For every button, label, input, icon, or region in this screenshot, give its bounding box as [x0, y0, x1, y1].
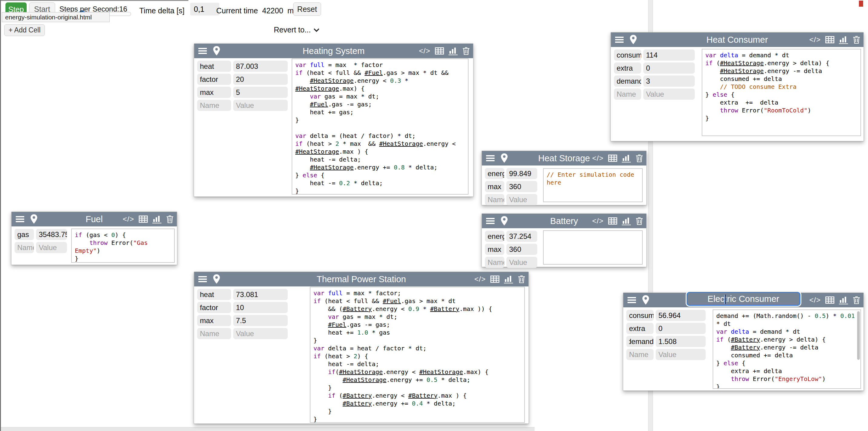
code-view-icon[interactable]: </> [809, 296, 821, 304]
code-editor[interactable]: if (gas < 0) { throw Error("GasEmpty")} [71, 229, 175, 263]
variable-value-input[interactable] [643, 49, 695, 61]
cell-header[interactable]: Heat Storage </> [482, 151, 646, 166]
variable-name-input[interactable] [614, 76, 641, 87]
variable-name-input[interactable] [614, 49, 641, 61]
reset-button[interactable]: Reset [293, 2, 321, 16]
chart-view-icon[interactable] [448, 47, 458, 55]
variable-name-input[interactable] [485, 244, 504, 255]
variable-value-input[interactable] [233, 289, 288, 300]
variable-value-input[interactable] [506, 181, 537, 192]
code-view-icon[interactable]: </> [123, 215, 134, 223]
location-pin-icon[interactable] [642, 295, 649, 305]
table-view-icon[interactable] [608, 217, 617, 225]
trash-icon[interactable] [852, 295, 861, 305]
variable-value-input[interactable] [233, 302, 288, 313]
menu-icon[interactable] [198, 47, 208, 55]
variable-value-input[interactable] [506, 231, 537, 242]
new-variable-name-input[interactable] [485, 257, 504, 268]
variable-value-input[interactable] [233, 315, 288, 326]
location-pin-icon[interactable] [30, 214, 37, 224]
revert-dropdown[interactable]: Revert to... [274, 25, 319, 34]
code-editor[interactable]: var full = max * factorif (heat < full &… [292, 58, 468, 195]
new-variable-value-input[interactable] [643, 88, 695, 100]
code-view-icon[interactable]: </> [592, 217, 603, 225]
location-pin-icon[interactable] [213, 46, 220, 56]
cell-header[interactable]: Thermal Power Station </> [194, 272, 528, 286]
cell-header[interactable]: Heat Consumer </> [611, 32, 864, 47]
cell-header[interactable]: Battery </> [482, 214, 646, 228]
variable-name-input[interactable] [485, 181, 504, 192]
new-variable-name-input[interactable] [626, 349, 654, 360]
code-editor[interactable]: // Enter simulation codehere [543, 168, 643, 202]
menu-icon[interactable] [615, 36, 624, 44]
new-variable-value-input[interactable] [36, 242, 67, 253]
variable-name-input[interactable] [626, 336, 654, 347]
variable-name-input[interactable] [197, 87, 231, 98]
menu-icon[interactable] [486, 217, 495, 225]
code-scrollbar[interactable] [857, 311, 860, 360]
code-editor[interactable]: var delta = demand * dtif (#HeatStorage.… [702, 49, 861, 136]
variable-name-input[interactable] [626, 323, 654, 334]
variable-value-input[interactable] [643, 62, 695, 74]
variable-name-input[interactable] [14, 229, 34, 240]
location-pin-icon[interactable] [213, 274, 220, 284]
time-delta-input[interactable] [190, 3, 219, 16]
variable-value-input[interactable] [506, 168, 537, 179]
variable-value-input[interactable] [36, 229, 67, 240]
trash-icon[interactable] [636, 217, 643, 226]
menu-icon[interactable] [627, 296, 637, 304]
variable-name-input[interactable] [197, 74, 231, 85]
menu-icon[interactable] [198, 276, 208, 283]
chart-view-icon[interactable] [839, 296, 848, 304]
variable-value-input[interactable] [233, 61, 288, 72]
table-view-icon[interactable] [608, 154, 617, 162]
table-view-icon[interactable] [490, 276, 499, 283]
code-view-icon[interactable]: </> [592, 154, 603, 163]
variable-name-input[interactable] [197, 302, 231, 313]
cell-header[interactable]: Electric Consumer </> [623, 293, 864, 307]
new-variable-value-input[interactable] [233, 328, 288, 339]
variable-name-input[interactable] [485, 231, 504, 242]
variable-value-input[interactable] [506, 244, 537, 255]
table-view-icon[interactable] [825, 36, 834, 44]
location-pin-icon[interactable] [501, 153, 508, 163]
trash-icon[interactable] [166, 214, 174, 224]
variable-name-input[interactable] [614, 62, 641, 74]
variable-value-input[interactable] [656, 336, 706, 347]
trash-icon[interactable] [518, 275, 525, 284]
table-view-icon[interactable] [435, 47, 444, 55]
cell-title[interactable]: Electric Consumer [708, 294, 779, 304]
variable-value-input[interactable] [656, 323, 706, 334]
new-variable-value-input[interactable] [233, 100, 288, 111]
chart-view-icon[interactable] [622, 217, 631, 225]
variable-value-input[interactable] [643, 76, 695, 87]
new-variable-value-input[interactable] [506, 257, 537, 268]
variable-value-input[interactable] [233, 87, 288, 98]
cell-header[interactable]: Fuel </> [11, 212, 177, 226]
code-editor[interactable]: demand += (Math.random() - 0.5) * 0.01* … [713, 310, 861, 389]
variable-name-input[interactable] [197, 315, 231, 326]
new-variable-name-input[interactable] [14, 242, 34, 253]
table-view-icon[interactable] [825, 296, 834, 304]
trash-icon[interactable] [636, 154, 643, 163]
menu-icon[interactable] [16, 216, 25, 223]
variable-name-input[interactable] [485, 168, 504, 179]
new-variable-name-input[interactable] [485, 194, 504, 205]
code-view-icon[interactable]: </> [809, 35, 821, 44]
code-view-icon[interactable]: </> [419, 47, 430, 55]
new-variable-name-input[interactable] [197, 100, 231, 111]
add-cell-button[interactable]: + Add Cell [4, 24, 45, 36]
chart-view-icon[interactable] [152, 215, 161, 223]
location-pin-icon[interactable] [501, 216, 508, 226]
variable-name-input[interactable] [626, 310, 654, 321]
trash-icon[interactable] [462, 47, 470, 55]
chart-view-icon[interactable] [622, 154, 631, 163]
location-pin-icon[interactable] [630, 35, 637, 45]
cell-title-editbox[interactable]: Electric Consumer [687, 292, 801, 306]
code-view-icon[interactable]: </> [474, 275, 486, 283]
table-view-icon[interactable] [139, 216, 148, 223]
variable-value-input[interactable] [233, 74, 288, 85]
chart-view-icon[interactable] [839, 36, 848, 44]
trash-icon[interactable] [852, 35, 861, 44]
new-variable-name-input[interactable] [197, 328, 231, 339]
